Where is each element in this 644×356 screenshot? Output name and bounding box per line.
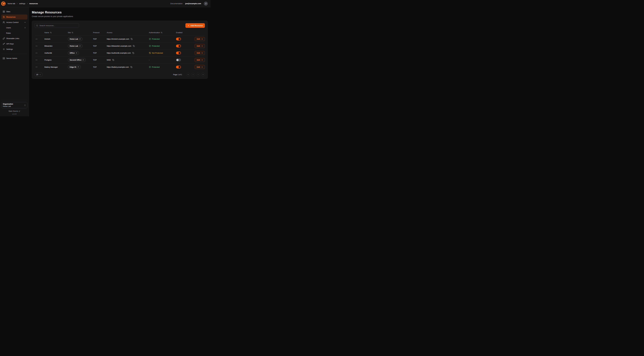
sidebar-item-resources[interactable]: Resources — [1, 14, 28, 20]
chevron-right-icon — [26, 3, 28, 4]
enabled-toggle[interactable] — [176, 66, 181, 68]
search-input[interactable] — [39, 24, 78, 27]
row-actions-button[interactable] — [35, 38, 38, 41]
copy-button[interactable] — [112, 59, 114, 61]
shield-check-icon — [149, 66, 151, 68]
enabled-toggle[interactable] — [176, 38, 181, 40]
row-actions-button[interactable] — [35, 52, 38, 55]
resource-name: Authentik — [44, 52, 68, 54]
row-actions-cell — [35, 58, 44, 62]
more-horizontal-icon — [36, 38, 38, 40]
edit-button[interactable]: Edit — [195, 65, 205, 69]
waypoints-icon — [3, 16, 5, 18]
edit-button[interactable]: Edit — [195, 58, 205, 62]
edit-button[interactable]: Edit — [195, 51, 205, 55]
arrow-up-right-icon — [77, 66, 79, 68]
page-size-select[interactable]: 20 — [35, 72, 42, 76]
access-value: https://immich.example.com — [107, 38, 129, 40]
key-icon — [3, 43, 5, 45]
avatar-initial: J — [206, 3, 206, 4]
site-link[interactable]: Office — [68, 51, 79, 55]
first-page-button[interactable] — [186, 73, 190, 76]
row-actions-cell — [35, 44, 44, 48]
page-subtitle: Create secure proxies to your private ap… — [32, 15, 208, 18]
copy-button[interactable] — [130, 38, 133, 40]
breadcrumb-settings[interactable]: settings — [19, 2, 25, 4]
auth-status: - — [149, 59, 176, 61]
arrow-up-right-icon — [82, 59, 84, 61]
protocol-value: TCP — [93, 59, 107, 61]
row-actions-cell — [35, 38, 44, 41]
server-icon — [3, 57, 5, 60]
enabled-cell — [176, 38, 194, 40]
access-value: https://bitwarden.example.com — [107, 45, 131, 47]
column-name[interactable]: Name — [44, 32, 68, 34]
add-resource-button[interactable]: Add Resource — [186, 23, 205, 28]
site-link[interactable]: Edge 01 — [68, 65, 81, 69]
column-authentication[interactable]: Authentication — [149, 32, 176, 34]
toggle-knob — [178, 38, 180, 40]
edit-button[interactable]: Edit — [195, 44, 205, 48]
sidebar-item-sites[interactable]: Sites — [1, 9, 28, 14]
row-actions-button[interactable] — [35, 58, 38, 62]
resource-name: Battery Manager — [44, 66, 68, 68]
copy-button[interactable] — [132, 45, 135, 47]
breadcrumb-org[interactable]: home-lab — [8, 2, 15, 4]
enabled-toggle[interactable] — [176, 52, 181, 54]
column-site[interactable]: Site — [68, 32, 93, 34]
sidebar-item-users[interactable]: Users — [1, 25, 28, 30]
table-row: Immich Home Lab TCP https://immich.examp… — [35, 36, 205, 42]
site-cell: Home Lab — [68, 44, 93, 48]
next-page-button[interactable] — [196, 73, 200, 76]
edit-button-label: Edit — [197, 52, 200, 54]
table-row: Postgres Second Office TCP 5432 - Edit — [35, 56, 205, 64]
access-cell: https://bitwarden.example.com — [107, 45, 149, 47]
sidebar-item-access-control[interactable]: Access Control — [1, 20, 28, 25]
sidebar-item-api-keys[interactable]: API Keys — [1, 41, 28, 46]
sidebar-item-shareable-links[interactable]: Shareable Links — [1, 36, 28, 41]
avatar[interactable]: J — [204, 2, 208, 6]
sidebar-nav: Sites Resources Access Control Users Rol — [1, 9, 28, 61]
toggle-knob — [178, 45, 180, 47]
edit-button[interactable]: Edit — [195, 37, 205, 41]
access-cell: https://battery.example.com — [107, 66, 149, 68]
sidebar-item-settings[interactable]: Settings — [1, 47, 28, 52]
site-link[interactable]: Home Lab — [68, 44, 82, 48]
auth-label: Protected — [152, 38, 160, 40]
sidebar-item-label: Roles — [6, 32, 11, 34]
page-size-value: 20 — [36, 74, 38, 76]
copy-button[interactable] — [132, 52, 134, 54]
organization-selector[interactable]: Organization Home Lab — [1, 102, 28, 108]
row-actions-cell — [35, 65, 44, 68]
column-label: Enabled — [176, 32, 182, 34]
site-cell: Office — [68, 51, 93, 55]
documentation-link[interactable]: Documentation — [170, 2, 182, 4]
last-page-button[interactable] — [201, 73, 205, 76]
app-logo-icon[interactable] — [1, 1, 6, 6]
sidebar-item-server-admin[interactable]: Server Admin — [1, 56, 28, 61]
search-box[interactable] — [35, 23, 79, 28]
table-toolbar: Add Resource — [35, 23, 205, 28]
open-source-link[interactable]: Open Source — [1, 110, 28, 112]
site-link[interactable]: Second Office — [68, 58, 86, 62]
site-link-label: Edge 01 — [70, 66, 76, 68]
copy-button[interactable] — [130, 66, 133, 68]
enabled-cell — [176, 44, 194, 48]
row-actions-button[interactable] — [35, 65, 38, 68]
enabled-toggle[interactable] — [176, 44, 181, 48]
enabled-cell — [176, 66, 194, 68]
enabled-toggle[interactable] — [176, 58, 181, 61]
prev-page-button[interactable] — [191, 73, 195, 76]
sidebar-footer: Organization Home Lab Open Source v1.3.0 — [1, 100, 28, 115]
toggle-knob — [178, 52, 180, 54]
column-label: Access — [107, 32, 112, 34]
chevron-left-icon — [192, 74, 194, 76]
gear-icon — [3, 48, 5, 50]
copy-icon — [133, 45, 135, 47]
sidebar-item-roles[interactable]: Roles — [1, 30, 28, 36]
edit-button-label: Edit — [197, 59, 200, 61]
table-row: Authentik Office TCP https://authentik.e… — [35, 50, 205, 56]
edit-cell: Edit — [194, 44, 205, 48]
row-actions-button[interactable] — [35, 44, 38, 48]
site-link[interactable]: Home Lab — [68, 37, 82, 41]
